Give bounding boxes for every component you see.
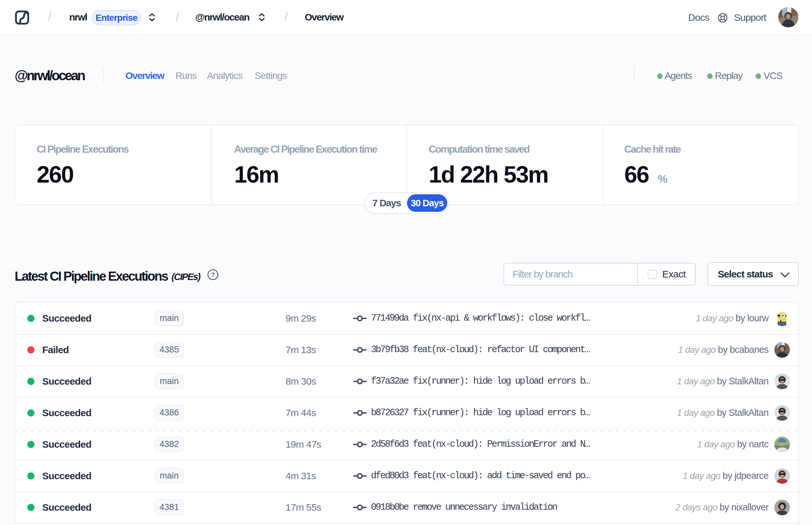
svg-text:?: ? <box>211 271 215 278</box>
